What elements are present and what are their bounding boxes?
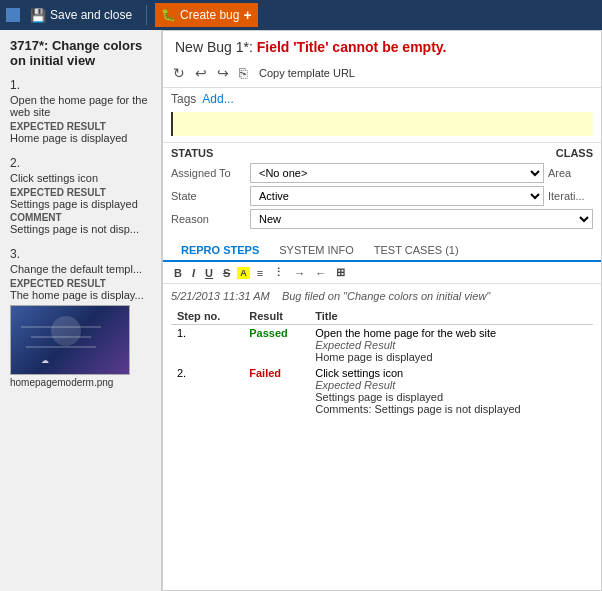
col-step-no: Step no. xyxy=(171,308,243,325)
col-title: Title xyxy=(309,308,593,325)
result-cell: Failed xyxy=(243,365,309,417)
step-no-cell: 1. xyxy=(171,325,243,366)
assigned-to-label: Assigned To xyxy=(171,167,246,179)
create-bug-button[interactable]: 🐛 Create bug + xyxy=(155,3,258,27)
tabs-row: REPRO STEPS SYSTEM INFO TEST CASES (1) xyxy=(163,240,601,262)
toolbar-divider xyxy=(146,5,147,25)
expected-value: Settings page is displayed xyxy=(10,198,151,210)
indent-button[interactable]: → xyxy=(291,266,308,280)
step-no-cell: 2. xyxy=(171,365,243,417)
tab-test-cases[interactable]: TEST CASES (1) xyxy=(364,240,469,260)
test-title: 3717*: Change colors on initial view xyxy=(10,38,151,68)
comment-text: Settings page is not disp... xyxy=(10,223,151,235)
table-row: 2. Failed Click settings icon Expected R… xyxy=(171,365,593,417)
expected-label: EXPECTED RESULT xyxy=(10,187,151,198)
step-item: 3. Change the default templ... EXPECTED … xyxy=(10,247,151,388)
step-number: 2. xyxy=(10,156,151,170)
step-item: 1. Open the home page for the web site E… xyxy=(10,78,151,144)
step-description: Click settings icon xyxy=(10,172,151,184)
repro-date: 5/21/2013 11:31 AM Bug filed on "Change … xyxy=(171,290,593,302)
step-number: 1. xyxy=(10,78,151,92)
tags-row: Tags Add... xyxy=(163,88,601,110)
bug-title-input[interactable] xyxy=(171,112,593,136)
expected-value: The home page is display... xyxy=(10,289,151,301)
dialog-title-text: New Bug 1*: xyxy=(175,39,253,55)
assigned-to-select[interactable]: <No one> xyxy=(250,163,544,183)
editor-toolbar: B I U S A ≡ ⋮ → ← ⊞ xyxy=(163,262,601,284)
comment-cell: Comments: Settings page is not displayed xyxy=(315,403,587,415)
title-input-row xyxy=(163,110,601,142)
repro-content: 5/21/2013 11:31 AM Bug filed on "Change … xyxy=(163,284,601,423)
repro-table: Step no. Result Title 1. Passed Open the… xyxy=(171,308,593,417)
col-result: Result xyxy=(243,308,309,325)
screenshot-thumb[interactable]: ☁ xyxy=(10,305,130,375)
tags-label: Tags xyxy=(171,92,196,106)
italic-button[interactable]: I xyxy=(189,266,198,280)
sub-label: Expected Result xyxy=(315,339,587,351)
copy-template-url-button[interactable]: Copy template URL xyxy=(259,67,355,79)
result-cell: Passed xyxy=(243,325,309,366)
expected-label: EXPECTED RESULT xyxy=(10,121,151,132)
bold-button[interactable]: B xyxy=(171,266,185,280)
left-panel: 3717*: Change colors on initial view 1. … xyxy=(0,30,162,591)
bug-dialog: New Bug 1*: Field 'Title' cannot be empt… xyxy=(162,30,602,591)
table-row: 1. Passed Open the home page for the web… xyxy=(171,325,593,366)
iteration-label: Iterati... xyxy=(548,190,593,202)
copy-button[interactable]: ⎘ xyxy=(237,63,249,83)
dialog-error-text: Field 'Title' cannot be empty. xyxy=(257,39,447,55)
strikethrough-button[interactable]: S xyxy=(220,266,233,280)
assigned-to-row: Assigned To <No one> Area xyxy=(171,163,593,183)
step-description: Change the default templ... xyxy=(10,263,151,275)
ordered-list-button[interactable]: ≡ xyxy=(254,266,266,280)
class-title: CLASS xyxy=(556,147,593,159)
main-toolbar: 💾 Save and close 🐛 Create bug + xyxy=(0,0,602,30)
reason-row: Reason New xyxy=(171,209,593,229)
image-filename: homepagemoderm.png xyxy=(10,377,151,388)
title-cell: Click settings icon Expected Result Sett… xyxy=(309,365,593,417)
outdent-button[interactable]: ← xyxy=(312,266,329,280)
reason-select[interactable]: New xyxy=(250,209,593,229)
save-icon: 💾 xyxy=(30,8,46,23)
state-label: State xyxy=(171,190,246,202)
sub-label: Expected Result xyxy=(315,379,587,391)
bug-icon: 🐛 xyxy=(161,8,176,22)
refresh-button[interactable]: ↻ xyxy=(171,63,187,83)
step-item: 2. Click settings icon EXPECTED RESULT S… xyxy=(10,156,151,235)
expected-value: Home page is displayed xyxy=(10,132,151,144)
state-select[interactable]: Active xyxy=(250,186,544,206)
expected-label: EXPECTED RESULT xyxy=(10,278,151,289)
reason-label: Reason xyxy=(171,213,246,225)
tab-repro-steps[interactable]: REPRO STEPS xyxy=(171,240,269,262)
comment-label: COMMENT xyxy=(10,212,151,223)
unordered-list-button[interactable]: ⋮ xyxy=(270,265,287,280)
underline-button[interactable]: U xyxy=(202,266,216,280)
dialog-header: New Bug 1*: Field 'Title' cannot be empt… xyxy=(163,31,601,59)
save-close-button[interactable]: 💾 Save and close xyxy=(24,3,138,27)
step-description: Open the home page for the web site xyxy=(10,94,151,118)
tags-add-button[interactable]: Add... xyxy=(202,92,233,106)
redo-button[interactable]: ↪ xyxy=(215,63,231,83)
sub-value: Home page is displayed xyxy=(315,351,587,363)
state-row: State Active Iterati... xyxy=(171,186,593,206)
plus-icon: + xyxy=(243,7,251,23)
undo-button[interactable]: ↩ xyxy=(193,63,209,83)
highlight-button[interactable]: A xyxy=(237,267,250,279)
sub-value: Settings page is displayed xyxy=(315,391,587,403)
dialog-toolbar: ↻ ↩ ↪ ⎘ Copy template URL xyxy=(163,59,601,88)
dialog-title: New Bug 1*: Field 'Title' cannot be empt… xyxy=(175,39,589,55)
area-label: Area xyxy=(548,167,593,179)
status-section: STATUS CLASS Assigned To <No one> Area S… xyxy=(163,142,601,236)
status-title: STATUS xyxy=(171,147,213,159)
insert-table-button[interactable]: ⊞ xyxy=(333,265,348,280)
tab-system-info[interactable]: SYSTEM INFO xyxy=(269,240,364,260)
window-icon xyxy=(6,8,20,22)
step-number: 3. xyxy=(10,247,151,261)
main-content: 3717*: Change colors on initial view 1. … xyxy=(0,30,602,591)
title-cell: Open the home page for the web site Expe… xyxy=(309,325,593,366)
